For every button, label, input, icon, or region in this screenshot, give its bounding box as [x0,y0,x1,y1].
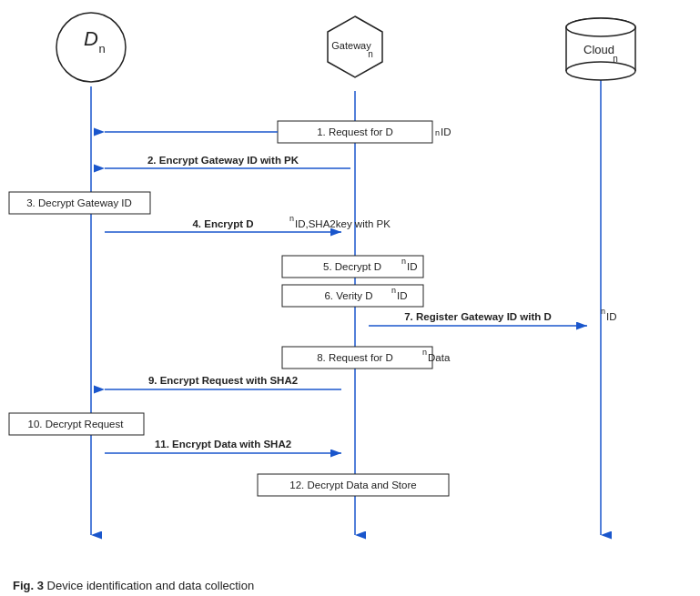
svg-text:ID: ID [407,261,418,272]
figure-label: Fig. 3 [13,579,44,592]
svg-text:n: n [422,348,427,357]
svg-text:n: n [98,42,105,56]
svg-text:ID: ID [397,290,408,301]
svg-text:Gateway: Gateway [331,40,371,51]
svg-text:11. Encrypt Data with SHA2: 11. Encrypt Data with SHA2 [155,439,291,450]
svg-text:Data: Data [428,352,451,363]
figure-caption: Fig. 3 Device identification and data co… [13,579,254,592]
svg-text:6. Verity D: 6. Verity D [324,290,372,301]
svg-text:7. Register Gateway ID with D: 7. Register Gateway ID with D [404,311,552,322]
svg-text:n: n [289,214,294,223]
svg-text:12. Decrypt Data and Store: 12. Decrypt Data and Store [289,480,416,490]
svg-text:8. Request for D: 8. Request for D [317,352,393,363]
svg-text:n: n [368,49,373,59]
svg-text:5. Decrypt D: 5. Decrypt D [323,261,381,272]
svg-text:Cloud: Cloud [583,43,614,56]
svg-text:n: n [613,54,618,64]
svg-text:D: D [84,27,98,50]
svg-text:n: n [601,307,605,316]
svg-point-14 [566,18,635,36]
svg-text:10. Decrypt Request: 10. Decrypt Request [28,419,125,429]
svg-text:ID,SHA2key with PK: ID,SHA2key with PK [295,218,391,229]
svg-text:ID: ID [441,126,451,137]
svg-text:ID: ID [606,311,617,322]
svg-text:n: n [401,257,406,266]
figure-text: Device identification and data collectio… [44,579,254,592]
svg-text:3. Decrypt Gateway ID: 3. Decrypt Gateway ID [26,197,132,208]
svg-text:n: n [435,128,440,137]
svg-text:1. Request for D: 1. Request for D [317,126,393,137]
diagram-container: D n Gateway n Cloud n 1. Request for D n… [0,0,700,564]
svg-text:9. Encrypt Request with SHA2: 9. Encrypt Request with SHA2 [148,375,298,386]
svg-point-13 [566,62,635,80]
svg-text:2. Encrypt Gateway ID with PK: 2. Encrypt Gateway ID with PK [147,155,299,166]
svg-text:n: n [391,286,396,295]
svg-text:4. Encrypt D: 4. Encrypt D [192,218,253,229]
